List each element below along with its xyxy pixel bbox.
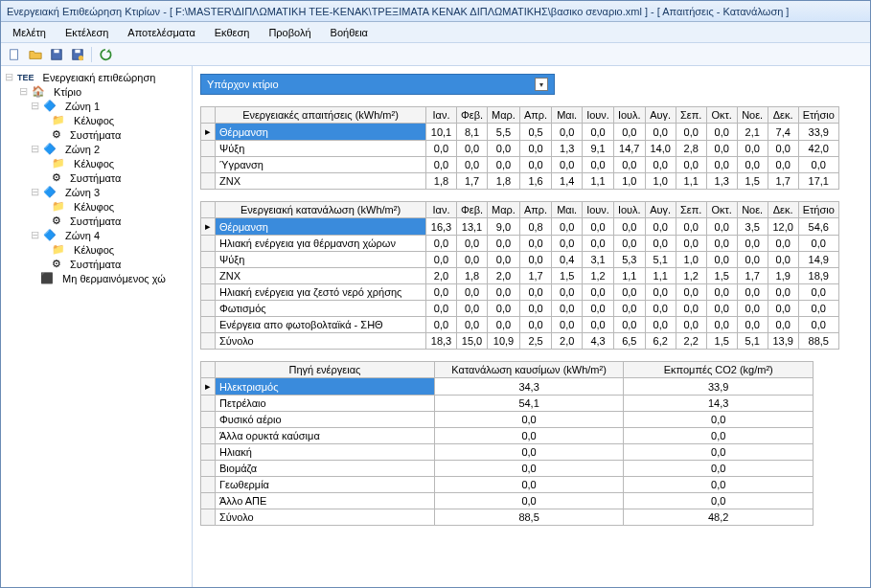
row-label: Άλλα ορυκτά καύσιμα [216,428,435,444]
cube-grey-icon: ⬛ [40,272,54,284]
new-file-icon[interactable] [7,47,22,62]
tree-zone-4[interactable]: ⊟🔷 Ζώνη 4 [3,228,190,242]
row-label: Βιομάζα [216,461,435,477]
row-selector[interactable]: ▸ [201,124,216,141]
cell-value: 88,5 [434,509,624,526]
cell-value: 9,1 [583,141,614,157]
cell-value: 4,3 [583,333,614,350]
cell-value: 1,2 [583,268,614,284]
tree-unheated[interactable]: ⬛ Μη θερμαινόμενος χώ [3,271,190,285]
cell-value: 0,4 [552,252,583,268]
building-dropdown[interactable]: Υπάρχον κτίριο ▾ [200,74,555,95]
row-selector[interactable] [201,268,216,284]
table-row[interactable]: Ηλιακή ενέργεια για θέρμανση χώρων0,00,0… [201,236,839,252]
tree-zone-3[interactable]: ⊟🔷 Ζώνη 3 [3,185,190,199]
table-row[interactable]: Σύνολο88,548,2 [201,509,814,526]
row-selector[interactable] [201,493,216,509]
tree-zone4-shell[interactable]: 📁 Κέλυφος [3,242,190,257]
table-row[interactable]: ZNX1,81,71,81,61,41,11,01,01,11,31,51,71… [201,173,839,190]
tree-zone-1[interactable]: ⊟🔷 Ζώνη 1 [3,99,190,113]
table-row[interactable]: Φωτισμός0,00,00,00,00,00,00,00,00,00,00,… [201,301,839,317]
row-selector[interactable] [201,157,216,173]
tree-shell-label: Κέλυφος [74,201,114,213]
tree-zone4-systems[interactable]: ⚙ Συστήματα [3,257,190,271]
row-selector[interactable] [201,509,216,526]
tree-zone3-shell[interactable]: 📁 Κέλυφος [3,199,190,214]
menu-report[interactable]: Εκθεση [207,25,258,40]
cell-value: 0,0 [488,301,520,317]
cell-value: 0,0 [552,301,583,317]
menu-help[interactable]: Βοήθεια [323,25,376,40]
row-selector[interactable] [201,477,216,493]
table-row[interactable]: Ενέργεια απο φωτοβολταϊκά - ΣΗΘ0,00,00,0… [201,317,839,333]
row-selector[interactable] [201,333,216,350]
refresh-icon[interactable] [98,47,113,62]
cell-value: 0,0 [426,141,457,157]
cell-value: 0,5 [519,124,551,141]
table-row[interactable]: Φυσικό αέριο0,00,0 [201,412,814,428]
row-selector[interactable] [201,252,216,268]
row-selector[interactable] [201,444,216,461]
table-row[interactable]: Ηλιακή0,00,0 [201,444,814,461]
table-row[interactable]: ▸Ηλεκτρισμός34,333,9 [201,378,814,396]
row-selector[interactable] [201,284,216,301]
table-row[interactable]: Άλλο ΑΠΕ0,00,0 [201,493,814,509]
table-row[interactable]: Ηλιακή ενέργεια για ζεστό νερό χρήσης0,0… [201,284,839,301]
cell-value: 0,0 [798,157,838,173]
row-selector[interactable] [201,412,216,428]
tree-zone3-systems[interactable]: ⚙ Συστήματα [3,214,190,228]
table-row[interactable]: Ψύξη0,00,00,00,00,43,15,35,11,00,00,00,0… [201,252,839,268]
row-selector[interactable] [201,317,216,333]
tree-zone1-systems[interactable]: ⚙ Συστήματα [3,127,190,142]
gear-icon: ⚙ [52,215,61,227]
table-row[interactable]: ▸Θέρμανση16,313,19,00,80,00,00,00,00,00,… [201,218,839,236]
menu-view[interactable]: Προβολή [261,25,318,40]
table-row[interactable]: Βιομάζα0,00,0 [201,461,814,477]
cell-value: 0,0 [488,317,520,333]
save-as-icon[interactable] [70,47,85,62]
tree-root[interactable]: ⊟TEE Ενεργειακή επιθεώρηση [3,70,190,84]
save-icon[interactable] [49,47,64,62]
cell-value: 0,0 [583,317,614,333]
row-label: Σύνολο [216,333,426,350]
cell-value: 0,0 [488,141,520,157]
open-folder-icon[interactable] [28,47,43,62]
cell-value: 0,0 [624,477,814,493]
row-selector[interactable] [201,301,216,317]
table-row[interactable]: Γεωθερμία0,00,0 [201,477,814,493]
cell-value: 0,0 [583,236,614,252]
tree-zone2-shell[interactable]: 📁 Κέλυφος [3,156,190,170]
table-row[interactable]: Πετρέλαιο54,114,3 [201,396,814,412]
row-selector[interactable]: ▸ [201,218,216,236]
row-selector[interactable] [201,236,216,252]
row-selector[interactable]: ▸ [201,378,216,396]
cell-value: 0,0 [645,218,676,236]
table-row[interactable]: ▸Θέρμανση10,18,15,50,50,00,00,00,00,00,0… [201,124,839,141]
tree-building[interactable]: ⊟🏠 Κτίριο [3,84,190,99]
svg-rect-0 [11,49,18,59]
row-selector[interactable] [201,141,216,157]
cell-value: 88,5 [798,333,838,350]
table-row[interactable]: Ψύξη0,00,00,00,01,39,114,714,02,80,00,00… [201,141,839,157]
table-row[interactable]: Ύγρανση0,00,00,00,00,00,00,00,00,00,00,0… [201,157,839,173]
toolbar [1,43,870,66]
cell-value: 1,0 [645,173,676,190]
table-row[interactable]: ZNX2,01,82,01,71,51,21,11,11,21,51,71,91… [201,268,839,284]
row-selector[interactable] [201,396,216,412]
cell-value: 2,2 [676,333,706,350]
row-selector[interactable] [201,173,216,190]
cell-value: 1,1 [583,173,614,190]
row-selector[interactable] [201,428,216,444]
cube-icon: 🔷 [43,100,57,112]
row-selector[interactable] [201,461,216,477]
tree-zone2-systems[interactable]: ⚙ Συστήματα [3,170,190,185]
menu-study[interactable]: Μελέτη [5,25,54,40]
table-row[interactable]: Σύνολο18,315,010,92,52,04,36,56,22,21,55… [201,333,839,350]
table-row[interactable]: Άλλα ορυκτά καύσιμα0,00,0 [201,428,814,444]
menubar: Μελέτη Εκτέλεση Αποτελέσματα Εκθεση Προβ… [1,22,870,43]
menu-results[interactable]: Αποτελέσματα [120,25,202,40]
menu-run[interactable]: Εκτέλεση [57,25,116,40]
cell-value: 1,7 [768,173,798,190]
tree-zone-2[interactable]: ⊟🔷 Ζώνη 2 [3,142,190,156]
tree-zone1-shell[interactable]: 📁 Κέλυφος [3,113,190,127]
